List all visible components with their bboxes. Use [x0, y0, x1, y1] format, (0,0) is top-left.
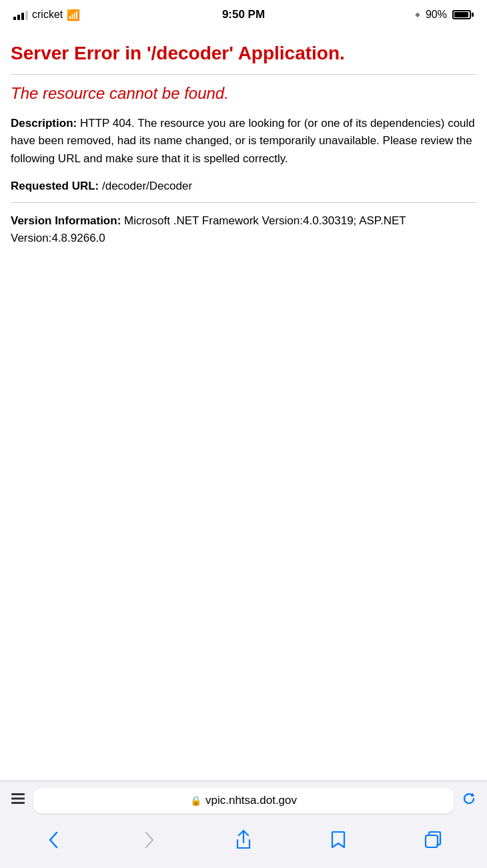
requested-url-value: /decoder/Decoder — [99, 180, 192, 192]
tabs-button[interactable] — [418, 825, 448, 855]
error-subtitle: The resource cannot be found. — [11, 84, 476, 103]
browser-chrome: 🔒 vpic.nhtsa.dot.gov — [0, 781, 487, 868]
description-block: Description: HTTP 404. The resource you … — [11, 115, 476, 168]
requested-url-label: Requested URL: — [11, 180, 99, 192]
battery-tip — [472, 13, 474, 17]
status-bar-left: cricket 📶 — [13, 9, 80, 21]
svg-rect-3 — [426, 835, 438, 847]
signal-bar-2 — [17, 15, 20, 20]
version-block: Version Information: Microsoft .NET Fram… — [11, 212, 476, 248]
status-bar-time: 9:50 PM — [222, 8, 265, 21]
error-title: Server Error in '/decoder' Application. — [11, 41, 476, 65]
status-bar: cricket 📶 9:50 PM ⌖ 90% — [0, 0, 487, 29]
wifi-icon: 📶 — [67, 9, 80, 21]
location-icon: ⌖ — [415, 9, 420, 21]
version-label: Version Information: — [11, 214, 121, 227]
bookmarks-button[interactable] — [324, 825, 353, 855]
url-block: Requested URL: /decoder/Decoder — [11, 180, 476, 193]
svg-rect-0 — [11, 793, 25, 795]
signal-bars-icon — [13, 9, 28, 20]
toolbar-row — [0, 820, 487, 868]
svg-rect-1 — [11, 798, 25, 800]
address-bar-row: 🔒 vpic.nhtsa.dot.gov — [0, 781, 487, 820]
description-label: Description: — [11, 117, 77, 130]
lock-icon: 🔒 — [190, 795, 201, 806]
signal-bar-4 — [25, 11, 28, 20]
tab-switcher-icon[interactable] — [9, 790, 27, 811]
status-bar-right: ⌖ 90% — [415, 9, 474, 21]
signal-bar-3 — [21, 13, 24, 20]
reload-button[interactable] — [460, 790, 478, 811]
battery-body — [452, 10, 471, 19]
battery-fill — [454, 12, 468, 17]
divider-1 — [11, 74, 476, 75]
svg-rect-2 — [11, 802, 25, 804]
signal-bar-1 — [13, 17, 16, 20]
description-text: HTTP 404. The resource you are looking f… — [11, 117, 475, 165]
url-text: vpic.nhtsa.dot.gov — [205, 794, 297, 807]
share-button[interactable] — [229, 825, 258, 855]
forward-button[interactable] — [134, 825, 163, 855]
divider-2 — [11, 202, 476, 203]
battery-percent: 90% — [426, 9, 447, 21]
address-bar[interactable]: 🔒 vpic.nhtsa.dot.gov — [33, 788, 454, 813]
battery-icon — [452, 10, 474, 19]
carrier-name: cricket — [32, 9, 63, 21]
back-button[interactable] — [39, 825, 69, 855]
web-content: Server Error in '/decoder' Application. … — [0, 29, 487, 781]
